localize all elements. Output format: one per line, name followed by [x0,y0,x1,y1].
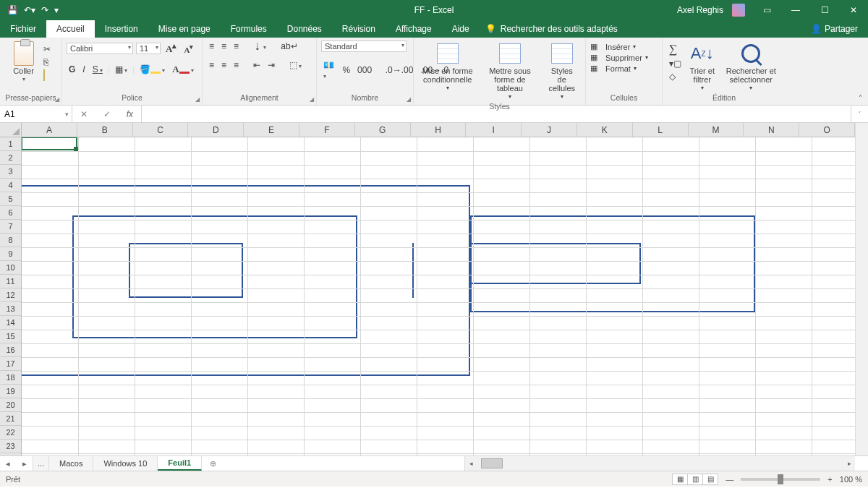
column-header[interactable]: O [799,123,855,137]
column-header[interactable]: B [77,123,133,137]
number-format-combo[interactable]: Standard [321,40,407,52]
cut-icon[interactable] [41,43,53,55]
new-sheet-button[interactable]: ⊕ [202,456,224,471]
row-header[interactable]: 10 [0,261,21,275]
align-center-icon[interactable]: ≡ [219,59,229,71]
row-header[interactable]: 12 [0,288,21,302]
qat-more-icon[interactable]: ▾ [54,5,59,15]
tab-accueil[interactable]: Accueil [46,20,95,38]
scroll-right-icon[interactable]: ▸ [843,460,855,467]
page-break-view-icon[interactable]: ▤ [702,474,718,485]
orientation-icon[interactable]: ⭭ [251,40,268,52]
column-header[interactable]: K [577,123,633,137]
cell-styles-button[interactable]: Styles de cellules ▾ [542,40,581,102]
sort-filter-button[interactable]: AZ↓ Trier et filtrer ▾ [686,40,718,93]
format-cells-button[interactable]: ▦ Format ▾ [590,64,637,73]
column-header[interactable]: N [744,123,799,137]
row-header[interactable]: 15 [0,330,21,343]
vertical-scrollbar[interactable] [855,123,868,455]
close-button[interactable]: ✕ [839,0,868,20]
row-header[interactable]: 16 [0,343,21,357]
undo-icon[interactable]: ↶▾ [24,5,35,15]
wrap-text-icon[interactable]: ab↵ [278,40,299,52]
copy-icon[interactable] [41,56,53,68]
tab-insertion[interactable]: Insertion [95,20,148,38]
column-header[interactable]: D [188,123,244,137]
select-all-button[interactable] [0,123,22,137]
row-header[interactable]: 20 [0,398,21,412]
column-header[interactable]: J [522,123,577,137]
merge-center-icon[interactable]: ⬚ [287,59,304,71]
tell-me-search[interactable]: 💡 Rechercher des outils adaptés [485,20,618,38]
cancel-formula-icon[interactable]: ✕ [80,109,88,119]
column-header[interactable]: F [299,123,355,137]
sheet-nav[interactable]: ◂ ▸ [0,456,33,471]
tab-affichage[interactable]: Affichage [386,20,442,38]
fx-icon[interactable]: fx [127,109,133,119]
avatar[interactable] [732,4,745,17]
align-left-icon[interactable]: ≡ [207,59,216,71]
column-header[interactable]: I [466,123,522,137]
normal-view-icon[interactable]: ▦ [672,474,688,485]
underline-button[interactable]: S [90,64,105,75]
sheet-tab-windows10[interactable]: Windows 10 [93,456,158,471]
row-header[interactable]: 3 [0,165,21,179]
column-header[interactable]: M [689,123,744,137]
zoom-level[interactable]: 100 % [840,475,862,484]
clear-icon[interactable]: ◇ [667,71,684,82]
share-button[interactable]: 👤 Partager [801,20,868,38]
column-header[interactable]: H [411,123,467,137]
shape-line[interactable] [412,243,414,298]
row-header[interactable]: 14 [0,316,21,330]
border-icon[interactable]: ▦ [113,64,129,75]
row-header[interactable]: 2 [0,151,21,165]
accounting-format-icon[interactable]: 💶 [321,59,337,81]
conditional-formatting-button[interactable]: Mise en forme conditionnelle ▾ [418,40,477,93]
row-header[interactable]: 18 [0,371,21,385]
expand-formula-bar-icon[interactable]: ˅ [851,106,868,122]
italic-button[interactable]: I [80,64,87,75]
scroll-left-icon[interactable]: ◂ [465,460,477,467]
fill-color-icon[interactable]: 🪣 [137,64,167,75]
column-headers[interactable]: ABCDEFGHIJKLMNO [22,123,855,137]
row-header[interactable]: 1 [0,137,21,151]
align-top-icon[interactable]: ≡ [207,40,216,52]
row-header[interactable]: 8 [0,234,21,247]
tab-fichier[interactable]: Fichier [0,20,46,38]
fill-icon[interactable]: ▾▢ [667,58,684,69]
paste-button[interactable]: Coller ▾ [9,40,38,85]
sheet-tab-macos[interactable]: Macos [49,456,93,471]
row-header[interactable]: 5 [0,192,21,206]
column-header[interactable]: G [355,123,411,137]
decrease-font-icon[interactable]: A▾ [182,42,195,55]
accept-formula-icon[interactable]: ✓ [103,109,111,119]
row-header[interactable]: 6 [0,206,21,220]
row-header[interactable]: 9 [0,247,21,261]
tab-formules[interactable]: Formules [221,20,277,38]
shape-rectangle[interactable] [129,243,243,298]
cells-area[interactable] [22,137,855,455]
font-size-combo[interactable]: 11 [136,43,161,54]
row-header[interactable]: 23 [0,440,21,453]
font-launcher-icon[interactable]: ◢ [195,96,200,103]
align-middle-icon[interactable]: ≡ [219,40,229,52]
column-header[interactable]: L [633,123,689,137]
minimize-button[interactable]: — [781,0,810,20]
find-select-button[interactable]: Rechercher et sélectionner ▾ [721,40,781,93]
collapse-ribbon-icon[interactable]: ˄ [859,94,862,102]
row-headers[interactable]: 1234567891011121314151617181920212223 [0,137,22,455]
format-as-table-button[interactable]: Mettre sous forme de tableau ▾ [480,40,540,102]
row-header[interactable]: 13 [0,302,21,316]
decrease-indent-icon[interactable]: ⇤ [251,59,263,71]
alignment-launcher-icon[interactable]: ◢ [310,96,314,103]
sheet-tab-more[interactable]: ... [33,456,49,471]
zoom-slider[interactable] [741,478,820,481]
insert-cells-button[interactable]: ▦ Insérer ▾ [590,42,636,51]
name-box[interactable]: A1 [0,106,72,122]
sheet-prev-icon[interactable]: ◂ [6,459,10,468]
row-header[interactable]: 22 [0,426,21,440]
redo-icon[interactable]: ↷ [41,5,48,15]
maximize-button[interactable]: ☐ [810,0,839,20]
column-header[interactable]: A [22,123,77,137]
tab-aide[interactable]: Aide [442,20,480,38]
